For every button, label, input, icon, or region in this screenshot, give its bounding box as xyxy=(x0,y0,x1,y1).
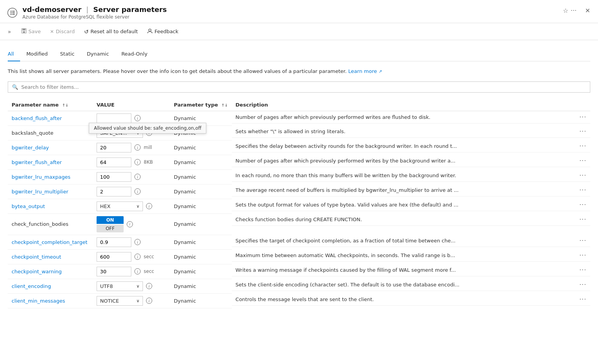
value-input[interactable] xyxy=(97,143,131,152)
param-value-cell: ONOFFi xyxy=(93,213,170,235)
toggle-switch[interactable]: ONOFF xyxy=(97,216,124,232)
toggle-on[interactable]: ON xyxy=(97,216,124,224)
row-more-button[interactable]: ··· xyxy=(579,237,586,244)
save-button[interactable]: Save xyxy=(17,26,45,37)
param-name-link[interactable]: bgwriter_lru_multiplier xyxy=(12,189,68,195)
param-type-cell: Dynamic xyxy=(170,199,232,213)
info-icon[interactable]: i xyxy=(134,174,141,180)
col-value[interactable]: VALUE xyxy=(93,99,170,111)
row-more-button[interactable]: ··· xyxy=(579,266,586,274)
row-more-button[interactable]: ··· xyxy=(579,128,586,135)
param-name-link[interactable]: checkpoint_timeout xyxy=(12,254,61,260)
info-icon[interactable]: i xyxy=(146,203,152,209)
description-text: Sets the client-side encoding (character… xyxy=(236,282,460,288)
save-icon xyxy=(21,28,27,35)
param-value-cell: i xyxy=(93,169,170,184)
param-name-link[interactable]: bytea_output xyxy=(12,203,45,209)
value-cell-content: i xyxy=(97,172,166,182)
tab-static[interactable]: Static xyxy=(60,48,81,61)
row-more-button[interactable]: ··· xyxy=(579,216,586,223)
select-value: UTF8 xyxy=(100,283,113,289)
info-icon[interactable]: i xyxy=(134,144,141,151)
table-row: client_min_messagesNOTICE∨iDynamicContro… xyxy=(8,293,590,308)
param-description-cell: Checks function bodies during CREATE FUN… xyxy=(232,213,590,226)
row-more-button[interactable]: ··· xyxy=(579,142,586,150)
col-param-type[interactable]: Parameter type ↑↓ xyxy=(170,99,232,111)
value-input[interactable] xyxy=(97,172,131,182)
param-name-link[interactable]: bgwriter_lru_maxpages xyxy=(12,174,70,180)
param-name-link[interactable]: backend_flush_after xyxy=(12,115,62,121)
toggle-off[interactable]: OFF xyxy=(97,225,124,232)
value-cell-content: isecc xyxy=(97,267,166,276)
sort-icon-param-type: ↑↓ xyxy=(221,103,228,107)
description-text: Sets whether "\" is allowed in string li… xyxy=(236,129,346,134)
row-more-button[interactable]: ··· xyxy=(579,157,586,164)
description-text: Specifies the target of checkpoint compl… xyxy=(236,238,455,244)
unit-label: secc xyxy=(144,269,154,274)
param-name-link[interactable]: client_min_messages xyxy=(12,298,65,304)
svg-point-7 xyxy=(149,29,151,31)
info-icon[interactable]: i xyxy=(134,239,141,245)
value-input[interactable] xyxy=(97,252,131,262)
row-more-button[interactable]: ··· xyxy=(579,296,586,303)
row-more-button[interactable]: ··· xyxy=(579,252,586,259)
row-more-button[interactable]: ··· xyxy=(579,186,586,194)
param-name-cell: checkpoint_timeout xyxy=(8,249,93,264)
value-input[interactable] xyxy=(97,267,131,276)
reset-button[interactable]: ↺ Reset all to default xyxy=(80,27,141,37)
param-name-text: check_function_bodies xyxy=(12,221,68,227)
row-more-button[interactable]: ··· xyxy=(579,281,586,288)
info-icon[interactable]: i xyxy=(134,159,141,165)
tab-all[interactable]: All xyxy=(8,48,20,61)
close-icon[interactable]: ✕ xyxy=(584,5,592,16)
reset-icon: ↺ xyxy=(84,29,88,35)
param-name-link[interactable]: client_encoding xyxy=(12,283,51,289)
search-box: 🔍 xyxy=(8,81,590,93)
value-cell-content: UTF8∨i xyxy=(97,281,166,291)
value-cell-content: HEX∨i xyxy=(97,201,166,211)
learn-more-link[interactable]: Learn more ↗ xyxy=(348,68,382,74)
info-icon[interactable]: i xyxy=(134,188,141,195)
table-row: bytea_outputHEX∨iDynamicSets the output … xyxy=(8,199,590,213)
info-icon[interactable]: i xyxy=(127,221,133,227)
info-icon[interactable]: i xyxy=(134,254,141,260)
value-select[interactable]: UTF8∨ xyxy=(97,281,143,291)
info-icon[interactable]: i xyxy=(134,115,141,121)
info-icon[interactable]: i xyxy=(146,283,152,289)
value-input[interactable] xyxy=(97,187,131,196)
row-more-button[interactable]: ··· xyxy=(579,172,586,179)
param-name-cell: bgwriter_lru_multiplier xyxy=(8,184,93,199)
param-name-link[interactable]: checkpoint_completion_target xyxy=(12,239,87,245)
value-input[interactable] xyxy=(97,157,131,167)
tab-dynamic[interactable]: Dynamic xyxy=(87,48,115,61)
value-input[interactable] xyxy=(97,113,131,123)
description-text: Controls the message levels that are sen… xyxy=(236,296,374,302)
value-input[interactable] xyxy=(97,237,131,247)
param-name-link[interactable]: checkpoint_warning xyxy=(12,269,62,274)
param-name-link[interactable]: bgwriter_delay xyxy=(12,145,49,151)
discard-button[interactable]: ✕ Discard xyxy=(46,27,79,36)
feedback-button[interactable]: Feedback xyxy=(143,26,182,37)
more-options-icon[interactable]: ··· xyxy=(571,7,576,14)
sidebar-toggle-icon[interactable]: » xyxy=(6,27,13,36)
info-icon[interactable]: i xyxy=(146,298,152,304)
info-icon[interactable]: i xyxy=(134,268,141,274)
tab-modified[interactable]: Modified xyxy=(26,48,54,61)
tab-readonly[interactable]: Read-Only xyxy=(121,48,154,61)
col-param-name[interactable]: Parameter name ↑↓ xyxy=(8,99,93,111)
row-more-button[interactable]: ··· xyxy=(579,113,586,121)
table-row: checkpoint_timeoutiseccDynamicMaximum ti… xyxy=(8,249,590,264)
description-text: Number of pages after which previously p… xyxy=(236,114,431,120)
star-icon[interactable]: ☆ xyxy=(563,7,568,14)
param-description-cell: Sets whether "\" is allowed in string li… xyxy=(232,125,590,138)
param-name-link[interactable]: bgwriter_flush_after xyxy=(12,159,62,165)
row-more-button[interactable]: ··· xyxy=(579,201,586,208)
discard-icon: ✕ xyxy=(50,29,54,34)
value-select[interactable]: NOTICE∨ xyxy=(97,296,143,306)
param-description-cell: Number of pages after which previously p… xyxy=(232,111,590,124)
param-description-cell: Controls the message levels that are sen… xyxy=(232,293,590,306)
search-input[interactable] xyxy=(21,84,586,90)
value-select[interactable]: HEX∨ xyxy=(97,201,143,211)
param-value-cell: i xyxy=(93,235,170,249)
param-value-cell: iAllowed value should be: safe_encoding,… xyxy=(93,111,170,125)
